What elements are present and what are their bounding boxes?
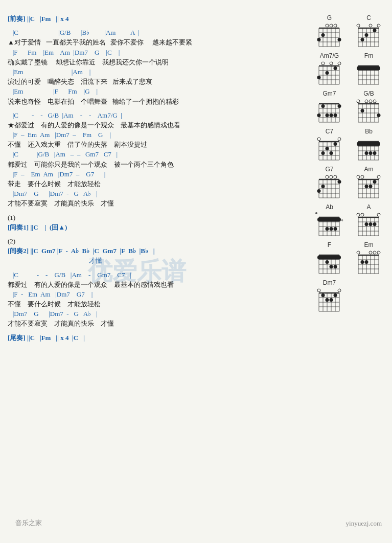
svg-point-108 <box>317 138 320 141</box>
svg-point-31 <box>369 24 372 27</box>
chord-diagram-c7: C7 <box>311 128 348 164</box>
line-20: 才能不要寂寞 才能真的快乐 才懂 <box>8 199 307 208</box>
watermark-bottom-right: yinyuezj.com <box>346 519 382 528</box>
svg-point-33 <box>377 24 380 27</box>
svg-point-126 <box>364 151 368 155</box>
svg-point-226 <box>369 251 372 254</box>
line-36: [尾奏] ||C |Fm || x 4 |C | <box>8 333 307 343</box>
svg-point-161 <box>373 180 376 184</box>
svg-point-228 <box>377 251 380 254</box>
svg-point-157 <box>357 175 360 178</box>
line-13: |F – Em Am |Dm7 – Fm G | <box>8 130 307 140</box>
chord-name-label: A <box>366 203 371 211</box>
svg-point-30 <box>364 33 368 37</box>
svg-point-160 <box>368 185 372 188</box>
svg-point-176 <box>329 227 333 231</box>
svg-point-210 <box>329 265 333 268</box>
chord-svg <box>314 98 345 126</box>
line-31: |F - Em Am |Dm7 G7 | <box>8 290 307 299</box>
svg-point-48 <box>330 62 333 65</box>
chord-name-label: Dm7 <box>323 279 336 286</box>
header <box>8 8 387 10</box>
svg-point-140 <box>317 189 320 193</box>
line-12: ★都爱过 有的人爱的像是一个观众 最基本的感情戏也看 <box>8 121 307 130</box>
svg-point-16 <box>337 38 341 41</box>
chord-name-label: F <box>328 241 331 248</box>
chord-svg <box>314 22 345 50</box>
svg-point-244 <box>333 293 337 297</box>
svg-point-92 <box>360 109 364 112</box>
svg-point-111 <box>329 151 333 155</box>
chord-name-label: Am7/G <box>320 52 339 59</box>
line-0: [前奏] ||C |Fm || x 4 <box>8 14 307 24</box>
svg-point-113 <box>338 138 341 141</box>
chord-diagram-a: A <box>351 203 387 239</box>
chord-diagram-am7-g: Am7/G <box>311 52 348 88</box>
svg-rect-125 <box>357 142 380 146</box>
chord-svg <box>353 135 385 164</box>
svg-point-144 <box>334 175 337 178</box>
svg-point-141 <box>321 185 325 188</box>
main-content: [前奏] ||C |Fm || x 4 |C |G/B |B♭ |Am A |▲… <box>8 14 387 343</box>
chord-svg <box>353 60 385 88</box>
svg-point-227 <box>373 251 376 254</box>
svg-point-159 <box>364 185 368 188</box>
svg-point-194 <box>368 222 372 226</box>
chord-diagram-em: Em <box>351 241 387 277</box>
line-3: ▲对于爱情 一直都关乎我的姓名 爱你不爱你 越来越不要紧 <box>8 38 307 47</box>
chord-diagram-gm7: Gm7 <box>311 90 348 126</box>
svg-point-77 <box>329 114 333 117</box>
svg-point-223 <box>357 251 360 254</box>
line-26: [间奏2] ||C Gm7 |F - A♭ B♭ |C Gm7 |F B♭ |B… <box>8 246 307 256</box>
svg-point-224 <box>360 260 364 264</box>
chord-name-label: G/B <box>363 90 374 97</box>
svg-point-192 <box>361 213 364 216</box>
line-2: |C |G/B |B♭ |Am A | <box>8 28 307 37</box>
line-15: |C |G/B |Am – – Gm7 C7 | <box>8 150 307 159</box>
chord-svg: 4 <box>314 211 345 239</box>
svg-point-143 <box>330 175 333 178</box>
chord-diagram-bb: Bb <box>351 128 387 164</box>
svg-point-225 <box>364 260 368 264</box>
svg-point-142 <box>326 175 329 178</box>
svg-point-91 <box>357 100 360 103</box>
svg-point-127 <box>368 151 372 155</box>
chord-svg <box>353 22 385 50</box>
svg-point-94 <box>369 100 372 103</box>
svg-point-145 <box>337 180 341 184</box>
chord-name-label: Ab <box>326 203 333 211</box>
spacer-35 <box>8 329 307 333</box>
chord-name-label: Am <box>364 166 374 173</box>
svg-point-245 <box>338 289 341 292</box>
line-11: |C - - G/B |Am - - Am7/G | <box>8 111 307 120</box>
line-17: |F – Em Am |Dm7 – G7 | <box>8 170 307 179</box>
svg-point-95 <box>373 100 376 103</box>
svg-point-75 <box>321 104 325 108</box>
line-4: |F Fm |Em Am |Dm7 G |C | <box>8 48 307 57</box>
chord-grid: GCAm7/GFmGm7G/BC7BbG7AmAb4AFEmDm7 <box>311 14 387 315</box>
svg-point-49 <box>333 66 337 70</box>
svg-text:4: 4 <box>341 218 343 222</box>
line-30: 都爱过 有的人爱的像是一个观众 最基本的感情戏也看 <box>8 280 307 289</box>
svg-point-195 <box>373 222 376 226</box>
svg-point-241 <box>321 293 325 297</box>
line-5: 确实戴了墨镜 却想让你靠近 我想我还欠你一个说明 <box>8 58 307 67</box>
song-title <box>8 8 387 10</box>
chord-svg <box>314 173 345 201</box>
svg-point-47 <box>325 71 329 75</box>
chord-svg <box>314 287 345 315</box>
chord-diagram-c: C <box>351 14 387 50</box>
line-6: |Em |Am | <box>8 67 307 77</box>
chord-name-label: Fm <box>364 52 373 59</box>
svg-point-209 <box>325 260 329 264</box>
svg-point-28 <box>357 24 360 27</box>
chord-diagram-g: G <box>311 14 348 50</box>
svg-point-177 <box>333 227 337 231</box>
lyrics-section: [前奏] ||C |Fm || x 4 |C |G/B |B♭ |Am A |▲… <box>8 14 307 343</box>
svg-point-79 <box>337 104 341 108</box>
chord-diagram-g-b: G/B <box>351 90 387 126</box>
line-25: (2) <box>8 237 307 246</box>
svg-point-162 <box>377 175 380 178</box>
chord-svg <box>314 60 345 88</box>
spacer-10 <box>8 107 307 111</box>
